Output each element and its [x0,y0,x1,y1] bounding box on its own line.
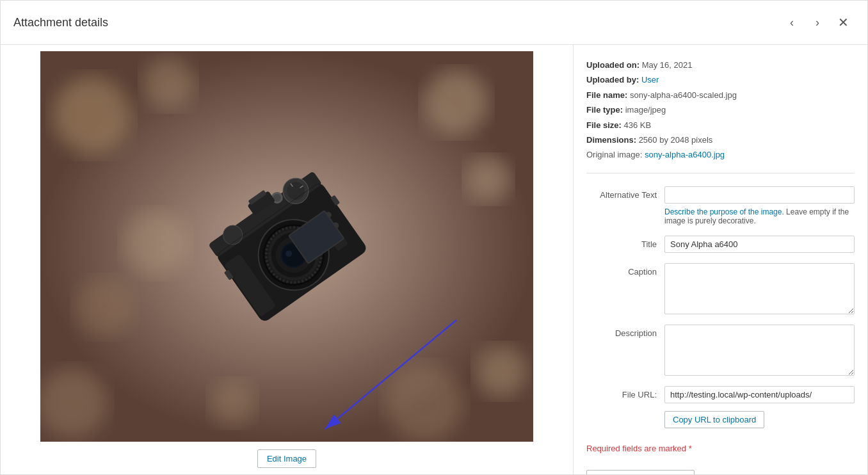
file-url-control-wrap: Copy URL to clipboard [664,386,855,428]
required-asterisk: * [689,444,692,453]
svg-point-2 [143,58,194,109]
modal-header: Attachment details ‹ › ✕ [1,1,867,45]
attachment-preview [40,51,533,442]
caption-label: Caption [586,263,657,277]
header-navigation: ‹ › ✕ [780,11,855,34]
details-panel: Uploaded on: May 16, 2021 Uploaded by: U… [573,45,867,474]
alt-text-control-wrap: Describe the purpose of the image. Leave… [664,186,855,225]
edit-image-button[interactable]: Edit Image [257,449,316,468]
title-control-wrap [664,236,855,253]
description-control-wrap [664,325,855,376]
file-url-input[interactable] [664,386,855,403]
alt-text-help: Describe the purpose of the image. Leave… [664,207,855,225]
attachment-modal: Attachment details ‹ › ✕ [0,0,868,475]
svg-point-1 [53,77,130,154]
svg-point-7 [476,346,527,397]
file-url-label: File URL: [586,386,657,399]
uploaded-by: Uploaded by: User [586,72,855,87]
original-image: Original image: sony-alpha-a6400.jpg [586,147,855,162]
description-label: Description [586,325,657,338]
alt-text-row: Alternative Text Describe the purpose of… [586,186,855,225]
svg-point-4 [466,157,511,202]
regenerate-thumbnails-button[interactable]: Regenerate Thumbnails [586,470,695,474]
description-row: Description [586,325,855,376]
file-type: File type: image/jpeg [586,102,855,117]
required-note: Required fields are marked * [586,444,855,453]
file-name: File name: sony-alpha-a6400-scaled.jpg [586,88,855,102]
modal-body: Edit Image Uploaded on: May 16, 2021 Upl… [1,45,867,474]
user-link[interactable]: User [641,75,659,85]
svg-point-9 [210,381,255,426]
svg-point-10 [124,211,188,275]
title-label: Title [586,236,657,249]
prev-attachment-button[interactable]: ‹ [780,11,803,34]
alt-text-help-link[interactable]: Describe the purpose of the image [664,207,782,216]
close-button[interactable]: ✕ [832,11,855,34]
uploaded-on: Uploaded on: May 16, 2021 [586,58,855,72]
attachment-form: Alternative Text Describe the purpose of… [586,186,855,474]
original-image-link[interactable]: sony-alpha-a6400.jpg [645,150,725,159]
copy-url-button[interactable]: Copy URL to clipboard [664,411,764,428]
file-url-input-row [664,386,855,403]
svg-point-6 [40,368,108,439]
description-textarea[interactable] [664,325,855,376]
svg-point-3 [424,70,488,134]
caption-textarea[interactable] [664,263,855,314]
file-size: File size: 436 KB [586,118,855,133]
svg-point-8 [386,365,463,442]
title-row: Title [586,236,855,253]
alt-text-label: Alternative Text [586,186,657,200]
alt-text-input[interactable] [664,186,855,204]
image-panel: Edit Image [1,45,573,474]
regenerate-section: Regenerate Thumbnails [586,463,855,474]
svg-point-5 [76,278,133,336]
caption-row: Caption [586,263,855,314]
title-input[interactable] [664,236,855,253]
next-attachment-button[interactable]: › [806,11,829,34]
caption-control-wrap [664,263,855,314]
file-url-row: File URL: Copy URL to clipboard [586,386,855,428]
image-wrapper [40,51,533,442]
dimensions: Dimensions: 2560 by 2048 pixels [586,133,855,147]
file-metadata: Uploaded on: May 16, 2021 Uploaded by: U… [586,58,855,173]
modal-title: Attachment details [13,16,108,29]
